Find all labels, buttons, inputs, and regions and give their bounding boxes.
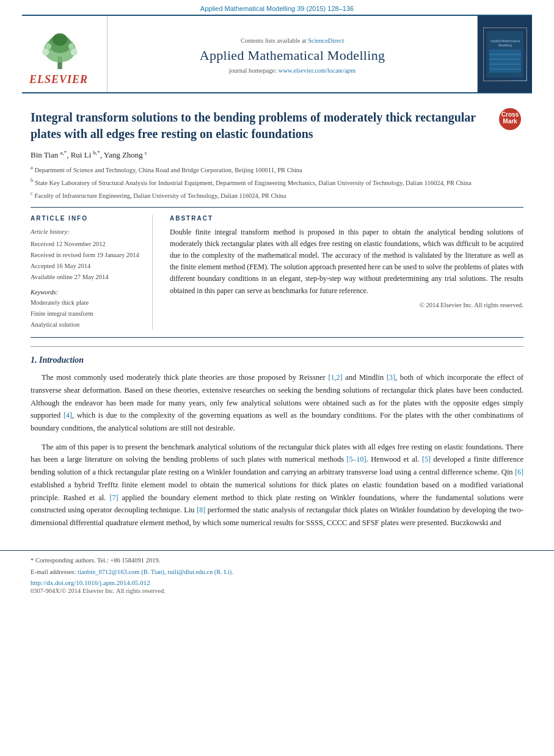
section-1-heading: 1. Introduction <box>31 355 523 365</box>
affil-3: c Faculty of Infrastructure Engineering,… <box>31 189 523 201</box>
author-1: Bin Tian a,*, <box>31 150 71 159</box>
crossmark-icon: Cross Mark <box>498 107 522 131</box>
contents-text: Contents lists available at <box>241 37 307 44</box>
corresponding-note: * Corresponding authors. Tel.: +86 15840… <box>31 556 523 565</box>
svg-text:Cross: Cross <box>501 111 519 118</box>
journal-title: Applied Mathematical Modelling <box>200 48 385 64</box>
contents-line: Contents lists available at ScienceDirec… <box>241 37 344 44</box>
affil-3-sup: c <box>31 190 33 196</box>
keyword-2: Finite integral transform <box>31 308 142 319</box>
affil-2: b State Key Laboratory of Structural Ana… <box>31 176 523 188</box>
journal-thumbnail-section: Applied Mathematical Modelling <box>477 16 532 92</box>
journal-header: ELSEVIER Contents lists available at Sci… <box>22 15 532 93</box>
section-1-number: 1. <box>31 355 37 365</box>
homepage-url[interactable]: www.elsevier.com/locate/apm <box>279 67 355 74</box>
elsevier-tree-icon <box>29 28 90 71</box>
elsevier-logo-box <box>29 22 97 71</box>
email-addresses: tianbin_0712@163.com (B. Tian), ruili@dl… <box>78 569 233 575</box>
main-content: Integral transform solutions to the bend… <box>0 93 554 547</box>
title-row: Integral transform solutions to the bend… <box>31 104 523 150</box>
page-container: Applied Mathematical Modelling 39 (2015)… <box>0 0 554 756</box>
journal-info-center: Contents lists available at ScienceDirec… <box>108 16 477 92</box>
crossmark-logo[interactable]: Cross Mark <box>497 106 523 133</box>
ref-8[interactable]: [8] <box>197 506 205 514</box>
keywords-list: Moderately thick plate Finite integral t… <box>31 297 142 330</box>
article-history: Article history: Received 12 November 20… <box>31 227 142 283</box>
journal-thumbnail: Applied Mathematical Modelling <box>483 27 527 81</box>
keyword-1: Moderately thick plate <box>31 297 142 308</box>
affiliations: a Department of Science and Technology, … <box>31 164 523 200</box>
affil-2-sup: b <box>31 177 33 183</box>
ref-1-2[interactable]: [1,2] <box>328 373 342 382</box>
email-label: E-mail addresses: <box>31 569 76 575</box>
keyword-3: Analytical solution <box>31 319 142 330</box>
doi-link[interactable]: http://dx.doi.org/10.1016/j.apm.2014.05.… <box>31 579 523 586</box>
issn-line: 0307-904X/© 2014 Elsevier Inc. All right… <box>31 587 523 594</box>
author-3-sup: c <box>145 150 147 156</box>
abstract-col: ABSTRACT Double finite integral transfor… <box>170 215 523 330</box>
sciencedirect-link[interactable]: ScienceDirect <box>308 37 344 44</box>
svg-text:Modelling: Modelling <box>498 43 512 47</box>
article-title: Integral transform solutions to the bend… <box>31 109 490 142</box>
history-title: Article history: <box>31 227 142 238</box>
ref-7[interactable]: [7] <box>109 493 118 502</box>
section-divider <box>31 346 523 347</box>
author-3: Yang Zhong c <box>104 150 147 159</box>
abstract-text: Double finite integral transform method … <box>170 227 523 297</box>
history-revised: Received in revised form 19 January 2014 <box>31 250 142 261</box>
keywords-section: Keywords: Moderately thick plate Finite … <box>31 289 142 330</box>
author-1-sup: a,* <box>60 150 67 156</box>
two-col-section: ARTICLE INFO Article history: Received 1… <box>31 207 523 338</box>
affil-1: a Department of Science and Technology, … <box>31 164 523 175</box>
ref-5[interactable]: [5] <box>422 455 431 463</box>
intro-para-1: The most commonly used moderately thick … <box>31 371 523 434</box>
abstract-copyright: © 2014 Elsevier Inc. All rights reserved… <box>170 302 523 308</box>
author-2-sup: b,* <box>93 150 100 156</box>
affil-2-text: State Key Laboratory of Structural Analy… <box>35 180 472 186</box>
keywords-title: Keywords: <box>31 289 142 296</box>
ref-5-10[interactable]: [5–10] <box>347 455 366 463</box>
history-online: Available online 27 May 2014 <box>31 272 142 283</box>
abstract-heading: ABSTRACT <box>170 215 523 222</box>
homepage-label: journal homepage: <box>229 67 277 74</box>
ref-6[interactable]: [6] <box>515 468 523 476</box>
section-1-title: Introduction <box>39 355 84 365</box>
article-info-heading: ARTICLE INFO <box>31 215 142 222</box>
affil-1-sup: a <box>31 164 33 170</box>
author-2: Rui Li b,*, <box>71 150 104 159</box>
journal-cover-icon: Applied Mathematical Modelling <box>484 29 526 80</box>
svg-point-5 <box>71 49 78 56</box>
ref-3[interactable]: [3] <box>387 373 395 382</box>
intro-para-2: The aim of this paper is to present the … <box>31 441 523 529</box>
affil-1-text: Department of Science and Technology, Ch… <box>34 167 302 173</box>
affil-3-text: Faculty of Infrastructure Engineering, D… <box>34 192 286 198</box>
email-line: E-mail addresses: tianbin_0712@163.com (… <box>31 567 523 577</box>
footer-section: * Corresponding authors. Tel.: +86 15840… <box>0 550 554 598</box>
svg-point-6 <box>46 43 51 49</box>
svg-point-3 <box>53 33 67 46</box>
journal-citation-text: Applied Mathematical Modelling 39 (2015)… <box>200 5 354 12</box>
authors-line: Bin Tian a,*, Rui Li b,*, Yang Zhong c <box>31 150 523 160</box>
ref-4[interactable]: [4] <box>64 411 72 420</box>
svg-text:Applied Mathematical: Applied Mathematical <box>490 39 520 43</box>
journal-citation: Applied Mathematical Modelling 39 (2015)… <box>0 0 554 15</box>
elsevier-brand: ELSEVIER <box>29 73 88 86</box>
article-info-col: ARTICLE INFO Article history: Received 1… <box>31 215 153 330</box>
history-received: Received 12 November 2012 <box>31 239 142 250</box>
svg-text:Mark: Mark <box>503 118 517 125</box>
svg-point-7 <box>68 43 74 49</box>
svg-rect-12 <box>489 49 521 73</box>
history-accepted: Accepted 16 May 2014 <box>31 261 142 272</box>
svg-point-4 <box>42 49 49 56</box>
journal-homepage: journal homepage: www.elsevier.com/locat… <box>229 67 356 74</box>
elsevier-logo-section: ELSEVIER <box>22 16 108 92</box>
